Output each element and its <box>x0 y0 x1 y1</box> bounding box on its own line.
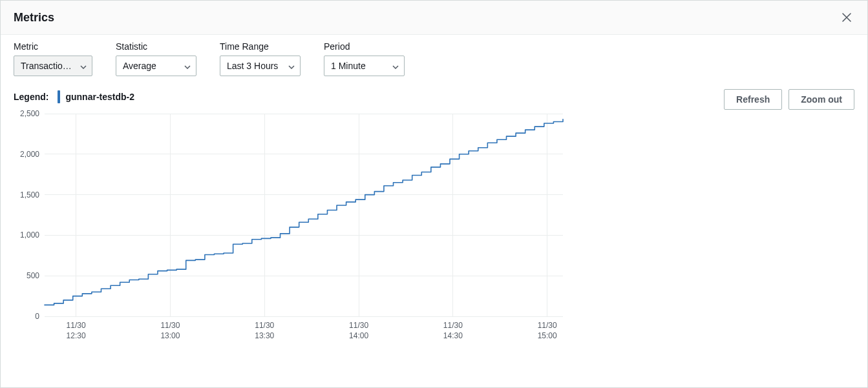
chevron-down-icon <box>392 61 399 71</box>
chevron-down-icon <box>80 61 87 71</box>
metric-dropdown[interactable]: Transactio… <box>14 56 92 76</box>
timerange-control: Time Range Last 3 Hours <box>220 41 301 76</box>
timerange-value: Last 3 Hours <box>227 61 278 71</box>
svg-text:500: 500 <box>26 271 39 280</box>
svg-text:11/30: 11/30 <box>443 321 463 330</box>
svg-text:11/30: 11/30 <box>67 321 86 330</box>
timerange-dropdown[interactable]: Last 3 Hours <box>220 56 301 76</box>
statistic-control: Statistic Average <box>116 41 196 76</box>
period-value: 1 Minute <box>331 61 366 71</box>
svg-text:1,500: 1,500 <box>20 190 39 199</box>
panel-title: Metrics <box>14 11 54 25</box>
metrics-panel: Metrics Metric Transactio… Statistic Ave… <box>0 0 868 388</box>
svg-text:0: 0 <box>35 312 39 321</box>
chevron-down-icon <box>184 61 191 71</box>
timerange-label: Time Range <box>220 41 301 52</box>
legend-series-name: gunnar-testdb-2 <box>65 92 134 102</box>
period-dropdown[interactable]: 1 Minute <box>324 56 405 76</box>
zoomout-label: Zoom out <box>801 94 842 105</box>
svg-text:1,000: 1,000 <box>20 230 39 240</box>
svg-text:11/30: 11/30 <box>349 321 368 330</box>
metric-value: Transactio… <box>21 61 72 71</box>
chevron-down-icon <box>288 61 295 71</box>
svg-text:13:00: 13:00 <box>160 331 180 340</box>
statistic-label: Statistic <box>116 41 196 52</box>
line-chart[interactable]: 05001,0001,5002,0002,50011/3012:3011/301… <box>14 110 569 349</box>
controls-row: Metric Transactio… Statistic Average Tim… <box>1 35 867 76</box>
svg-text:14:30: 14:30 <box>443 331 463 340</box>
chart-container: 05001,0001,5002,0002,50011/3012:3011/301… <box>1 107 867 387</box>
svg-text:14:00: 14:00 <box>349 331 368 340</box>
refresh-label: Refresh <box>736 94 770 105</box>
svg-text:11/30: 11/30 <box>538 321 557 330</box>
legend-swatch <box>58 90 60 103</box>
refresh-button[interactable]: Refresh <box>724 89 782 110</box>
close-icon[interactable] <box>839 10 854 25</box>
svg-text:11/30: 11/30 <box>160 321 180 330</box>
zoomout-button[interactable]: Zoom out <box>789 89 854 110</box>
svg-text:12:30: 12:30 <box>67 331 86 340</box>
chart-actions: Refresh Zoom out <box>724 89 854 110</box>
period-control: Period 1 Minute <box>324 41 405 76</box>
statistic-value: Average <box>123 61 156 71</box>
statistic-dropdown[interactable]: Average <box>116 56 196 76</box>
svg-text:13:30: 13:30 <box>255 331 274 340</box>
panel-header: Metrics <box>1 1 867 35</box>
period-label: Period <box>324 41 405 52</box>
metric-control: Metric Transactio… <box>14 41 92 76</box>
svg-text:2,000: 2,000 <box>20 150 39 159</box>
svg-text:11/30: 11/30 <box>255 321 274 330</box>
svg-text:15:00: 15:00 <box>538 331 557 340</box>
legend-label: Legend: <box>14 92 48 102</box>
legend-item: gunnar-testdb-2 <box>58 90 134 103</box>
svg-text:2,500: 2,500 <box>20 110 39 118</box>
metric-label: Metric <box>14 41 92 52</box>
